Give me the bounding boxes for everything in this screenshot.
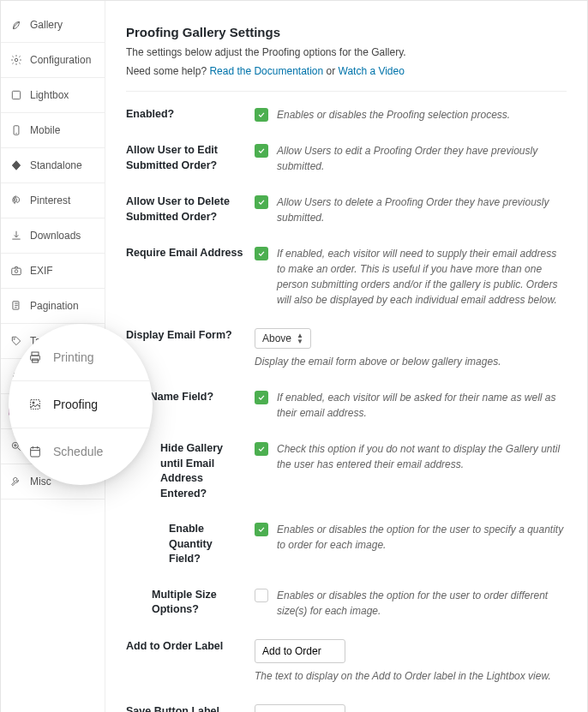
download-icon xyxy=(9,229,23,242)
svg-rect-10 xyxy=(32,352,39,356)
checkbox-enabled[interactable] xyxy=(255,108,268,122)
svg-rect-4 xyxy=(12,268,21,275)
main-content: Proofing Gallery Settings The settings b… xyxy=(105,1,587,712)
tag-icon xyxy=(9,334,23,348)
setting-label: Allow User to Delete Submitted Order? xyxy=(126,194,255,224)
setting-allow-edit: Allow User to Edit Submitted Order? Allo… xyxy=(126,143,567,174)
setting-label: Display Email Form? xyxy=(126,328,255,344)
pinterest-icon xyxy=(9,194,23,207)
checkbox-quantity[interactable] xyxy=(255,523,268,536)
sidebar-item-label: EXIF xyxy=(30,265,53,277)
sidebar-item-label: Mobile xyxy=(30,124,60,136)
setting-require-email: Require Email Address If enabled, each v… xyxy=(126,246,567,308)
calendar-icon xyxy=(27,444,43,459)
setting-label: Hide Gallery until Email Address Entered… xyxy=(126,441,255,501)
setting-desc: Enables or disables the option for the u… xyxy=(277,588,567,619)
setting-desc: Enables or disables the Proofing selecti… xyxy=(277,107,510,123)
setting-desc: Allow Users to delete a Proofing Order t… xyxy=(277,194,567,225)
setting-desc: Check this option if you do not want to … xyxy=(277,441,567,472)
sidebar-item-configuration[interactable]: Configuration xyxy=(1,43,105,78)
video-link[interactable]: Watch a Video xyxy=(339,65,405,77)
sidebar-item-label: Misc xyxy=(30,476,51,488)
setting-add-to-order: Add to Order Label The text to display o… xyxy=(126,639,567,684)
divider xyxy=(126,91,567,92)
svg-point-0 xyxy=(15,58,18,62)
sidebar-item-downloads[interactable]: Downloads xyxy=(1,218,105,254)
setting-help: The text to display on the Add to Order … xyxy=(255,668,567,684)
setting-quantity: Enable Quantity Field? Enables or disabl… xyxy=(126,522,567,567)
lightbox-icon xyxy=(9,88,23,102)
setting-display-email: Display Email Form? Above▲▼ Display the … xyxy=(126,328,567,369)
sidebar-item-standalone[interactable]: Standalone xyxy=(1,148,105,183)
select-display-email[interactable]: Above▲▼ xyxy=(255,328,311,349)
sidebar-item-label: Gallery xyxy=(30,19,63,31)
checkbox-add-name[interactable] xyxy=(255,391,268,404)
setting-multi-size: Multiple Size Options? Enables or disabl… xyxy=(126,588,567,619)
magnify-label: Proofing xyxy=(53,398,98,411)
printer-icon xyxy=(27,350,43,365)
leaf-icon xyxy=(9,18,23,32)
sidebar-item-label: Pinterest xyxy=(30,194,70,206)
gear-icon xyxy=(9,53,23,67)
sidebar-item-pagination[interactable]: Pagination xyxy=(1,289,105,324)
checkbox-allow-delete[interactable] xyxy=(255,195,268,209)
sidebar-item-label: Lightbox xyxy=(30,89,69,101)
page-title: Proofing Gallery Settings xyxy=(126,25,567,39)
setting-add-name: Add Name Field? If enabled, each visitor… xyxy=(126,390,567,421)
svg-rect-13 xyxy=(31,400,40,410)
magnify-label: Printing xyxy=(53,350,93,364)
phone-icon xyxy=(9,123,23,137)
sidebar-item-mobile[interactable]: Mobile xyxy=(1,113,105,148)
doc-link[interactable]: Read the Documentation xyxy=(209,65,323,77)
checkbox-multi-size[interactable] xyxy=(255,589,268,602)
checkbox-hide-gallery[interactable] xyxy=(255,442,268,456)
setting-label: Add to Order Label xyxy=(126,639,255,655)
page-desc: The settings below adjust the Proofing o… xyxy=(126,45,567,60)
setting-save-button: Save Button Label The text to display on… xyxy=(126,704,567,713)
svg-rect-1 xyxy=(12,91,20,99)
setting-hide-gallery: Hide Gallery until Email Address Entered… xyxy=(126,441,567,501)
input-save-button[interactable] xyxy=(255,704,345,713)
input-add-to-order[interactable] xyxy=(255,639,345,663)
svg-rect-12 xyxy=(33,359,39,362)
setting-label: Require Email Address xyxy=(126,246,255,261)
sidebar-item-gallery[interactable]: Gallery xyxy=(1,8,105,43)
sidebar-item-label: Standalone xyxy=(30,159,82,171)
sidebar-item-lightbox[interactable]: Lightbox xyxy=(1,78,105,113)
setting-desc: Allow Users to edit a Proofing Order the… xyxy=(277,143,567,174)
diamond-icon xyxy=(9,159,23,172)
sidebar-item-pinterest[interactable]: Pinterest xyxy=(1,183,105,218)
setting-desc: If enabled, each visitor will be asked f… xyxy=(277,390,567,421)
setting-label: Allow User to Edit Submitted Order? xyxy=(126,143,255,173)
svg-point-14 xyxy=(33,402,34,404)
setting-label: Save Button Label xyxy=(126,704,255,713)
setting-allow-delete: Allow User to Delete Submitted Order? Al… xyxy=(126,194,567,225)
setting-label: Multiple Size Options? xyxy=(126,588,255,618)
image-icon xyxy=(27,397,43,412)
svg-point-7 xyxy=(14,338,15,339)
page-help: Need some help? Read the Documentation o… xyxy=(126,63,567,79)
sidebar-item-label: Configuration xyxy=(30,54,91,66)
chevron-updown-icon: ▲▼ xyxy=(297,332,303,344)
setting-desc: Enables or disables the option for the u… xyxy=(277,522,567,553)
camera-icon xyxy=(9,264,23,278)
checkbox-require-email[interactable] xyxy=(255,247,268,260)
checkbox-allow-edit[interactable] xyxy=(255,144,268,158)
setting-label: Enable Quantity Field? xyxy=(126,522,255,567)
magnify-label: Schedule xyxy=(53,445,103,458)
magnify-lens: Printing Proofing Schedule xyxy=(9,324,153,485)
svg-rect-15 xyxy=(31,447,40,457)
setting-desc: If enabled, each visitor will need to su… xyxy=(277,246,567,308)
magnify-item-proofing[interactable]: Proofing xyxy=(9,381,153,428)
setting-enabled: Enabled? Enables or disables the Proofin… xyxy=(126,107,567,123)
sidebar-item-exif[interactable]: EXIF xyxy=(1,254,105,289)
sidebar-item-label: Downloads xyxy=(30,230,81,242)
setting-label: Enabled? xyxy=(126,107,255,123)
setting-help: Display the email form above or below ga… xyxy=(255,354,567,369)
svg-point-5 xyxy=(15,270,18,273)
sidebar-item-label: Pagination xyxy=(30,300,79,312)
wrench-icon xyxy=(9,475,23,488)
pages-icon xyxy=(9,299,23,313)
